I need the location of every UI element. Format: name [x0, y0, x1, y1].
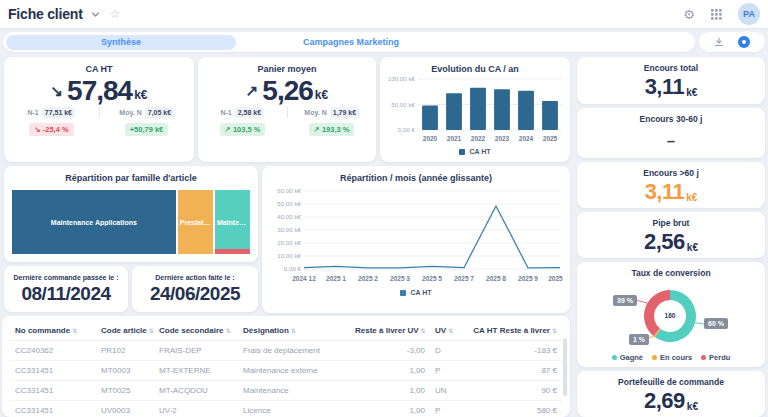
card-title: Encours 30-60 j — [577, 108, 765, 124]
download-icon[interactable] — [714, 37, 724, 47]
table-cell: UN — [430, 381, 466, 401]
chart-title: Evolution du CA / an — [380, 57, 570, 74]
column-header[interactable]: Code secondaire⇅ — [154, 320, 238, 341]
column-header[interactable]: No commande⇅ — [10, 320, 96, 341]
table-row[interactable]: CC331451UV0003UV-2Licence1,00P580 € — [10, 401, 562, 417]
svg-text:2025 8: 2025 8 — [486, 275, 506, 282]
svg-text:0,00 €: 0,00 € — [284, 265, 302, 272]
kpi-unit: k€ — [315, 88, 328, 105]
apps-grid-icon[interactable] — [711, 9, 722, 20]
chart-title: Répartition par famille d'article — [4, 166, 258, 183]
trend-up-icon: ↗ — [246, 82, 259, 100]
line-chart: 0,00 €10,00 k€20,00 k€30,00 k€40,00 k€50… — [268, 185, 564, 289]
treemap-sub-cell — [215, 249, 250, 254]
kpi-card-encours-total: Encours total 3,11k€ — [577, 57, 765, 104]
column-header-label: Reste à livrer UV — [355, 326, 419, 335]
table-row[interactable]: CC331451MT0025MT-ACQDOUMaintenance1,00UN… — [10, 381, 562, 401]
svg-text:2025 7: 2025 7 — [454, 275, 474, 282]
table-scrollbar[interactable] — [563, 338, 567, 396]
orders-table: No commande⇅Code article⇅Code secondaire… — [10, 320, 562, 417]
moy-label: Moy. N — [119, 109, 141, 116]
chart-card-repartition-mois: Répartition / mois (année glissante) 0,0… — [262, 166, 570, 313]
card-title: Encours >60 j — [577, 162, 765, 178]
table-cell: CC240362 — [10, 341, 96, 361]
column-header-label: Désignation — [243, 326, 289, 335]
svg-text:2022: 2022 — [471, 135, 486, 142]
table-row[interactable]: CC240362PR102FRAIS-DEPFrais de deplaceme… — [10, 341, 562, 361]
column-header-label: Code secondaire — [159, 326, 223, 335]
legend-label: Gagné — [620, 353, 643, 362]
table-cell: 90 € — [466, 381, 562, 401]
treemap-cell: Maintenance Applications — [12, 190, 176, 254]
table-cell: -3,00 — [350, 341, 430, 361]
treemap-chart: Maintenance ApplicationsPrestation...Mai… — [12, 190, 250, 254]
table-body: CC240362PR102FRAIS-DEPFrais de deplaceme… — [10, 341, 562, 417]
sort-icon: ⇅ — [421, 328, 426, 334]
column-header[interactable]: Reste à livrer UV⇅ — [350, 320, 430, 341]
treemap-cell-label: Prestation... — [178, 219, 213, 226]
favorite-star-icon[interactable]: ☆ — [110, 7, 121, 21]
svg-text:0,00 €: 0,00 € — [398, 126, 416, 133]
kpi-card-encours-30-60: Encours 30-60 j – — [577, 108, 765, 158]
table-cell: CC331451 — [10, 401, 96, 417]
svg-text:2021: 2021 — [447, 135, 462, 142]
sort-icon: ⇅ — [225, 328, 230, 334]
variation-badge-positive: +50,79 k€ — [125, 123, 169, 136]
column-header[interactable]: Code article⇅ — [96, 320, 154, 341]
kpi-value: 3,11 — [645, 179, 685, 205]
treemap-cell-label: Maintena... — [215, 219, 250, 226]
table-cell: Maintenance — [238, 381, 350, 401]
sort-icon: ⇅ — [72, 328, 77, 334]
table-cell: UV-2 — [154, 401, 238, 417]
svg-text:160: 160 — [665, 312, 676, 319]
kpi-card-panier-moyen: Panier moyen ↗ 5,26 k€ N-1 2,58 k€ Moy. … — [198, 57, 376, 162]
column-header[interactable]: Désignation⇅ — [238, 320, 350, 341]
column-header-label: UV — [435, 326, 446, 335]
svg-text:2020: 2020 — [423, 135, 438, 142]
legend-label: CA HT — [469, 148, 490, 155]
settings-gear-icon[interactable]: ⚙ — [683, 7, 695, 22]
legend-label: Perdu — [709, 353, 730, 362]
legend-marker-en-cours — [652, 355, 657, 360]
card-title: Encours total — [577, 57, 765, 73]
table-cell: 1,00 — [350, 381, 430, 401]
moy-value: 1,79 k€ — [330, 107, 359, 118]
donut-callout-perdu: 39 % — [613, 295, 637, 306]
card-title: CA HT — [4, 57, 194, 74]
donut-callout-en-cours: 1 % — [629, 334, 649, 345]
chart-card-evolution-ca: Evolution du CA / an 0,00 €50,00 k€100,0… — [380, 57, 570, 162]
n1-label: N-1 — [27, 109, 38, 116]
donut-callout-gagne: 60 % — [704, 318, 728, 329]
column-header[interactable]: CA HT Reste à livrer⇅ — [466, 320, 562, 341]
card-title: Portefeuille de commande — [577, 371, 765, 387]
kpi-badge-row: ↗ 103,5 % ↗ 193,3 % — [198, 123, 376, 136]
legend-marker-perdu — [701, 355, 706, 360]
svg-text:10,00 k€: 10,00 k€ — [277, 252, 301, 259]
variation-badge-positive: ↗ 103,5 % — [220, 123, 266, 136]
record-toggle-button[interactable] — [738, 36, 750, 48]
kpi-card-ca-ht: CA HT ↘ 57,84 k€ N-1 77,51 k€ Moy. N 7,0… — [4, 57, 194, 162]
table-row[interactable]: CC331451MT0003MT-EXTERNEMaintenance exte… — [10, 361, 562, 381]
kpi-value: 3,11 — [645, 74, 685, 100]
avatar-initials: PA — [743, 9, 755, 19]
tab-synthese[interactable]: Synthèse — [6, 35, 236, 50]
chevron-down-icon[interactable] — [91, 11, 100, 18]
svg-text:2023: 2023 — [495, 135, 510, 142]
card-title: Pipe brut — [577, 212, 765, 228]
kpi-value-row: ↗ 5,26 k€ — [198, 76, 376, 105]
avatar[interactable]: PA — [738, 3, 760, 25]
svg-text:20,00 k€: 20,00 k€ — [277, 239, 301, 246]
sort-icon: ⇅ — [448, 328, 453, 334]
moy-label: Moy. N — [304, 109, 326, 116]
chart-toolbar — [699, 32, 765, 52]
svg-text:60,00 k€: 60,00 k€ — [277, 187, 301, 194]
date-value: 08/11/2024 — [4, 283, 128, 305]
tab-campagnes-marketing[interactable]: Campagnes Marketing — [236, 35, 466, 50]
sort-icon: ⇅ — [149, 328, 154, 334]
kpi-card-derniere-commande: Dernière commande passée le : 08/11/2024 — [4, 266, 128, 312]
variation-badge-negative: ↘ -25,4 % — [29, 123, 73, 136]
treemap-cell: Maintena... — [215, 190, 250, 254]
column-header[interactable]: UV⇅ — [430, 320, 466, 341]
legend-label: CA HT — [410, 289, 431, 296]
fiche-client-dashboard: Fiche client ☆ ⚙ PA Synthèse Campagnes M… — [0, 0, 768, 417]
